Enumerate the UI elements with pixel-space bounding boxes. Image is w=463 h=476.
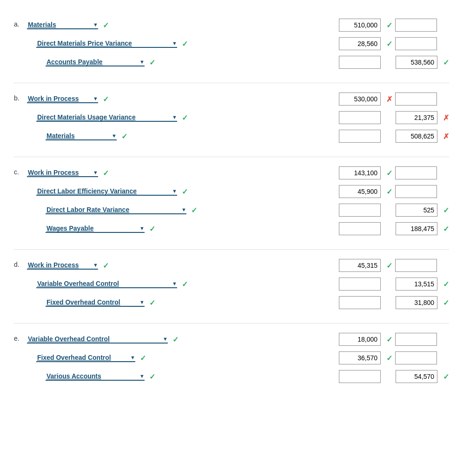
section-label-c [14, 203, 27, 205]
credit-amount-input[interactable] [396, 296, 437, 309]
account-select[interactable]: Variable Overhead Control [36, 280, 171, 287]
debit-amount-input[interactable] [339, 37, 381, 50]
account-select[interactable]: Direct Labor Rate Variance [46, 206, 180, 213]
table-row: Materials▼✓✗ [14, 129, 449, 144]
credit-amount-input[interactable] [395, 93, 437, 106]
debit-amount-input[interactable] [339, 259, 381, 272]
section-label-e: e. [14, 332, 27, 342]
table-row: Direct Labor Efficiency Variance▼✓✓ [14, 184, 449, 199]
credit-amount-input[interactable] [396, 278, 437, 291]
account-select[interactable]: Various Accounts [46, 372, 139, 380]
chevron-down-icon: ▼ [163, 336, 168, 342]
journal-section-c: c.Work in Process▼✓✓Direct Labor Efficie… [14, 165, 449, 236]
credit-check-green-icon: ✓ [443, 206, 449, 215]
account-select[interactable]: Work in Process [27, 95, 92, 102]
credit-amount-input[interactable] [396, 370, 437, 383]
section-label-c [14, 184, 27, 187]
debit-amount-input[interactable] [339, 111, 381, 124]
chevron-down-icon: ▼ [139, 59, 145, 65]
account-select[interactable]: Work in Process [27, 169, 92, 176]
chevron-down-icon: ▼ [172, 281, 177, 286]
credit-amount-input[interactable] [395, 351, 437, 364]
credit-amount-input[interactable] [396, 111, 437, 124]
debit-amount-input[interactable] [339, 204, 381, 217]
debit-check-green-icon: ✓ [386, 21, 392, 30]
debit-amount-input[interactable] [339, 278, 381, 291]
credit-amount-input[interactable] [396, 204, 437, 217]
check-green-icon: ✓ [172, 335, 179, 344]
account-select[interactable]: Fixed Overhead Control [36, 354, 129, 361]
debit-check-red-icon: ✗ [386, 95, 392, 104]
debit-check-green-icon: ✓ [386, 261, 392, 270]
check-green-icon: ✓ [149, 372, 155, 381]
credit-amount-input[interactable] [396, 222, 437, 235]
account-select[interactable]: Variable Overhead Control [27, 335, 162, 343]
table-row: e.Variable Overhead Control▼✓✓ [14, 332, 449, 347]
table-row: c.Work in Process▼✓✓ [14, 165, 449, 180]
credit-amount-input[interactable] [395, 166, 437, 179]
table-row: Direct Materials Usage Variance▼✓✗ [14, 110, 449, 125]
section-label-a [14, 36, 27, 39]
debit-amount-input[interactable] [339, 185, 381, 198]
debit-check-green-icon: ✓ [386, 40, 392, 48]
debit-amount-input[interactable] [339, 19, 381, 32]
credit-amount-input[interactable] [395, 185, 437, 198]
table-row: a.Materials▼✓✓ [14, 18, 449, 33]
credit-check-red-icon: ✗ [443, 132, 449, 141]
check-green-icon: ✓ [149, 58, 155, 67]
debit-amount-input[interactable] [339, 296, 381, 309]
chevron-down-icon: ▼ [181, 207, 186, 212]
section-label-b [14, 110, 27, 113]
debit-amount-input[interactable] [339, 333, 381, 346]
check-green-icon: ✓ [103, 169, 109, 178]
check-green-icon: ✓ [182, 187, 188, 196]
credit-amount-input[interactable] [395, 19, 437, 32]
debit-check-green-icon: ✓ [386, 187, 392, 196]
chevron-down-icon: ▼ [139, 373, 145, 379]
journal-section-a: a.Materials▼✓✓Direct Materials Price Var… [14, 18, 449, 70]
check-green-icon: ✓ [140, 354, 146, 363]
chevron-down-icon: ▼ [172, 40, 177, 46]
chevron-down-icon: ▼ [93, 22, 98, 27]
credit-check-green-icon: ✓ [443, 298, 449, 307]
table-row: Direct Labor Rate Variance▼✓✓ [14, 203, 449, 218]
account-select[interactable]: Materials [46, 132, 111, 139]
check-green-icon: ✓ [121, 132, 127, 141]
section-label-d: d. [14, 258, 27, 268]
table-row: Fixed Overhead Control▼✓✓ [14, 295, 449, 310]
section-label-c [14, 221, 27, 224]
chevron-down-icon: ▼ [93, 170, 98, 175]
section-label-d [14, 277, 27, 279]
account-select[interactable]: Fixed Overhead Control [46, 298, 139, 306]
section-label-b: b. [14, 92, 27, 102]
debit-amount-input[interactable] [339, 351, 381, 364]
section-label-a: a. [14, 18, 27, 28]
credit-amount-input[interactable] [395, 259, 437, 272]
account-select[interactable]: Direct Materials Price Variance [36, 40, 171, 47]
credit-amount-input[interactable] [395, 37, 437, 50]
debit-amount-input[interactable] [339, 370, 381, 383]
table-row: Direct Materials Price Variance▼✓✓ [14, 36, 449, 51]
check-green-icon: ✓ [191, 206, 197, 215]
account-select[interactable]: Direct Labor Efficiency Variance [36, 187, 171, 195]
account-select[interactable]: Direct Materials Usage Variance [36, 113, 171, 121]
debit-amount-input[interactable] [339, 130, 381, 143]
credit-amount-input[interactable] [396, 130, 437, 143]
check-green-icon: ✓ [182, 280, 188, 289]
account-select[interactable]: Work in Process [27, 261, 92, 269]
chevron-down-icon: ▼ [172, 114, 177, 120]
account-select[interactable]: Wages Payable [46, 225, 139, 232]
chevron-down-icon: ▼ [139, 225, 145, 231]
credit-amount-input[interactable] [396, 56, 437, 69]
account-select[interactable]: Accounts Payable [46, 58, 139, 66]
check-green-icon: ✓ [182, 40, 188, 48]
section-label-e [14, 369, 27, 372]
debit-amount-input[interactable] [339, 166, 381, 179]
check-green-icon: ✓ [149, 298, 155, 307]
credit-amount-input[interactable] [395, 333, 437, 346]
chevron-down-icon: ▼ [112, 133, 117, 139]
debit-amount-input[interactable] [339, 56, 381, 69]
debit-amount-input[interactable] [339, 93, 381, 106]
account-select[interactable]: Materials [27, 21, 92, 28]
debit-amount-input[interactable] [339, 222, 381, 235]
